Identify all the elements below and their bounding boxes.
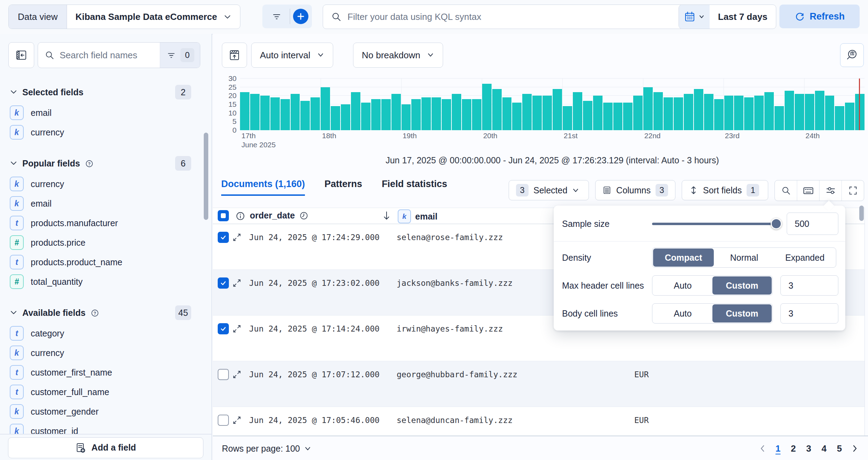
histogram-bar[interactable] <box>684 94 693 130</box>
keyboard-shortcuts-button[interactable] <box>797 180 819 201</box>
expand-document-button[interactable] <box>232 233 241 242</box>
next-page-button[interactable] <box>847 440 862 457</box>
selected-documents-dropdown[interactable]: 3 Selected <box>509 180 589 200</box>
search-in-table-button[interactable] <box>775 180 797 201</box>
histogram-bar[interactable] <box>643 87 653 130</box>
slider-thumb[interactable] <box>771 218 782 229</box>
histogram-bar[interactable] <box>411 99 421 130</box>
tab-documents[interactable]: Documents (1,160) <box>221 179 305 196</box>
histogram-bar[interactable] <box>502 97 512 130</box>
body-lines-auto-button[interactable]: Auto <box>653 304 712 322</box>
histogram-bar[interactable] <box>331 106 340 130</box>
histogram-bar[interactable] <box>674 97 683 130</box>
page-button-5[interactable]: 5 <box>832 440 847 457</box>
interval-dropdown[interactable]: Auto interval <box>251 43 333 68</box>
histogram-bar[interactable] <box>310 97 320 130</box>
histogram-bar[interactable] <box>553 89 562 130</box>
histogram-bar[interactable] <box>391 94 401 130</box>
histogram-bar[interactable] <box>381 99 391 130</box>
field-section-header-available-fields[interactable]: Available fields?45 <box>0 296 209 324</box>
histogram-bar[interactable] <box>280 99 290 130</box>
row-info-button[interactable] <box>235 211 246 221</box>
histogram-bar[interactable] <box>512 103 522 130</box>
histogram-bar[interactable] <box>542 96 552 130</box>
histogram-chart[interactable] <box>240 79 865 130</box>
field-search-input[interactable]: Search field names 0 <box>38 42 200 68</box>
columns-button[interactable]: Columns 3 <box>595 180 675 200</box>
sort-descending-indicator[interactable] <box>381 210 392 221</box>
field-section-header-popular-fields[interactable]: Popular fields?6 <box>0 147 209 174</box>
edit-visualization-button[interactable] <box>840 43 864 67</box>
grid-scrollbar[interactable] <box>859 206 864 221</box>
histogram-bars[interactable] <box>240 79 865 130</box>
field-item-currency[interactable]: kcurrency <box>0 174 209 194</box>
histogram-bar[interactable] <box>270 97 280 130</box>
histogram-bar[interactable] <box>764 92 774 130</box>
previous-page-button[interactable] <box>755 440 770 457</box>
histogram-bar[interactable] <box>472 99 481 130</box>
histogram-bar[interactable] <box>492 89 502 130</box>
histogram-bar[interactable] <box>452 94 461 130</box>
histogram-bar[interactable] <box>291 94 300 130</box>
field-item-currency[interactable]: kcurrency <box>0 343 209 363</box>
histogram-bar[interactable] <box>573 92 582 130</box>
column-header-email[interactable]: k email <box>398 209 437 223</box>
display-options-button[interactable] <box>819 180 841 201</box>
histogram-bar[interactable] <box>694 89 703 130</box>
histogram-bar[interactable] <box>361 103 371 130</box>
histogram-bar[interactable] <box>402 104 411 130</box>
sidebar-scrollbar[interactable] <box>204 133 208 220</box>
histogram-bar[interactable] <box>522 94 532 130</box>
histogram-bar[interactable] <box>240 92 249 130</box>
expand-document-button[interactable] <box>232 324 241 333</box>
field-item-email[interactable]: kemail <box>0 194 209 213</box>
table-row[interactable]: Jun 24, 2025 @ 17:05:46.000selena@duncan… <box>213 407 865 436</box>
page-button-2[interactable]: 2 <box>786 440 801 457</box>
row-checkbox[interactable] <box>218 323 229 334</box>
histogram-bar[interactable] <box>442 99 451 130</box>
histogram-bar[interactable] <box>300 101 310 130</box>
histogram-bar[interactable] <box>563 106 572 130</box>
time-range-value[interactable]: Last 7 days <box>710 5 776 29</box>
histogram-bar[interactable] <box>825 96 835 130</box>
histogram-bar[interactable] <box>532 96 542 130</box>
collapse-sidebar-button[interactable] <box>8 42 34 68</box>
histogram-bar[interactable] <box>371 99 381 130</box>
hide-chart-button[interactable] <box>222 43 247 68</box>
density-normal-button[interactable]: Normal <box>714 248 775 267</box>
data-view-picker[interactable]: Data view Kibana Sample Data eCommerce <box>8 5 240 29</box>
histogram-bar[interactable] <box>795 94 804 130</box>
expand-document-button[interactable] <box>232 370 241 379</box>
date-picker-menu-button[interactable] <box>679 5 710 29</box>
header-lines-auto-button[interactable]: Auto <box>653 276 712 295</box>
histogram-bar[interactable] <box>341 104 350 130</box>
fullscreen-button[interactable] <box>841 180 864 201</box>
tab-patterns[interactable]: Patterns <box>324 179 362 196</box>
field-item-products-product-name[interactable]: tproducts.product_name <box>0 252 209 272</box>
histogram-bar[interactable] <box>805 94 814 130</box>
histogram-bar[interactable] <box>603 103 613 130</box>
histogram-bar[interactable] <box>734 96 743 130</box>
histogram-bar[interactable] <box>613 103 623 130</box>
page-button-4[interactable]: 4 <box>816 440 832 457</box>
expand-document-button[interactable] <box>232 279 241 288</box>
histogram-bar[interactable] <box>432 97 441 130</box>
row-checkbox[interactable] <box>218 369 229 380</box>
histogram-bar[interactable] <box>724 96 734 130</box>
histogram-bar[interactable] <box>250 94 260 130</box>
histogram-bar[interactable] <box>633 96 643 130</box>
refresh-button[interactable]: Refresh <box>779 5 860 28</box>
sample-size-slider[interactable] <box>652 223 778 225</box>
histogram-bar[interactable] <box>815 91 824 130</box>
histogram-bar[interactable] <box>835 106 844 130</box>
add-field-button[interactable]: Add a field <box>8 437 203 458</box>
tab-field-statistics[interactable]: Field statistics <box>382 179 447 196</box>
breakdown-dropdown[interactable]: No breakdown <box>353 43 443 68</box>
select-all-checkbox[interactable] <box>218 210 229 221</box>
page-button-3[interactable]: 3 <box>801 440 816 457</box>
column-header-order-date[interactable]: order_date <box>250 210 309 221</box>
rows-per-page-dropdown[interactable]: Rows per page: 100 <box>222 444 311 454</box>
histogram-bar[interactable] <box>462 99 471 130</box>
density-expanded-button[interactable]: Expanded <box>775 248 835 267</box>
histogram-bar[interactable] <box>714 99 724 130</box>
